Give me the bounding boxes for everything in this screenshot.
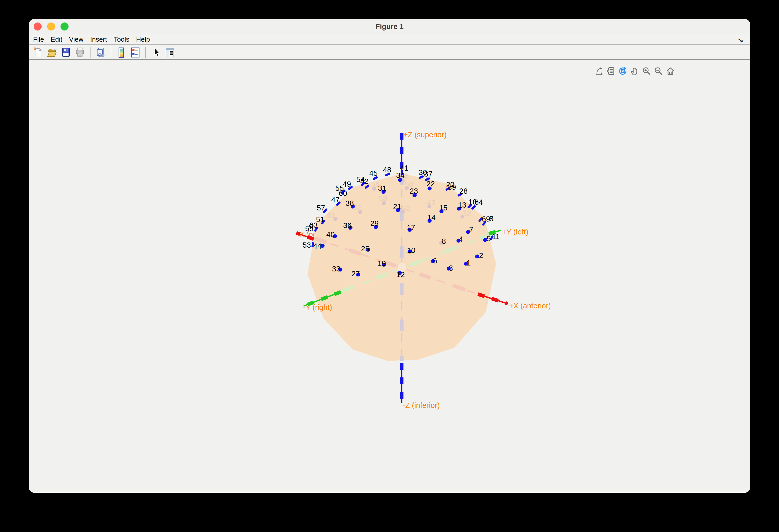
- electrode-label-34: 34: [396, 171, 405, 180]
- electrode-label-11: 11: [492, 232, 500, 241]
- datatips-button[interactable]: [606, 66, 615, 76]
- electrode-label-45: 45: [369, 169, 378, 177]
- back-electrode-label: 32: [463, 209, 471, 218]
- property-inspector-icon: [164, 47, 176, 58]
- electrode-label-15: 15: [439, 204, 447, 212]
- export-button[interactable]: [594, 66, 604, 76]
- window-title: Figure 1: [29, 19, 750, 34]
- electrode-label-64: 64: [475, 198, 483, 206]
- electrode-label-10: 10: [407, 246, 415, 254]
- resize-arrow-icon[interactable]: ↘: [737, 36, 744, 45]
- back-electrode-label: 52: [402, 204, 410, 212]
- edit-plot-button[interactable]: [150, 47, 162, 58]
- pan-hand-icon: [630, 66, 639, 76]
- pan-button[interactable]: [630, 66, 639, 76]
- insert-colorbar-icon: [116, 47, 127, 58]
- zoom-out-button[interactable]: [654, 66, 663, 76]
- link-plot-icon: [95, 47, 106, 58]
- electrode-label-8: 8: [489, 214, 493, 223]
- electrode-label-21: 21: [393, 202, 401, 211]
- link-plot-button[interactable]: [95, 47, 107, 58]
- open-file-icon: [46, 47, 58, 58]
- zoom-in-button[interactable]: [642, 66, 651, 76]
- back-electrode-label: 43: [427, 199, 435, 207]
- axis-label-minus-y: -Y (right): [303, 303, 332, 312]
- menu-help[interactable]: Help: [136, 36, 150, 44]
- save-figure-button[interactable]: [60, 47, 72, 58]
- axis-label-plus-x: +X (anterior): [509, 302, 551, 310]
- electrode-label-3: 3: [449, 264, 453, 272]
- electrode-label-39: 39: [448, 183, 456, 191]
- axis-label-minus-z: -Z (inferior): [403, 401, 440, 409]
- electrode-label-29: 29: [370, 219, 379, 227]
- menu-edit[interactable]: Edit: [51, 36, 62, 44]
- electrode-label-31: 31: [378, 184, 386, 192]
- property-inspector-button[interactable]: [164, 47, 176, 58]
- electrode-label-48: 48: [383, 166, 391, 174]
- figure-window: Figure 1 FileEditViewInsertToolsHelp ↘: [29, 19, 750, 493]
- insert-legend-button[interactable]: [129, 47, 141, 58]
- electrode-label-25: 25: [361, 245, 369, 253]
- toolbar-separator: [145, 47, 146, 58]
- save-figure-icon: [60, 47, 72, 58]
- electrode-label-49: 49: [343, 180, 351, 188]
- electrode-label-57: 57: [317, 204, 325, 212]
- zoom-out-icon: [654, 66, 663, 76]
- back-electrode-label: 61: [327, 211, 336, 219]
- electrode-label-38: 38: [346, 199, 354, 207]
- electrode-label-12: 12: [397, 270, 405, 279]
- electrode-label-23: 23: [410, 187, 418, 195]
- restore-view-button[interactable]: [666, 66, 675, 76]
- zoom-in-icon: [642, 66, 651, 76]
- electrode-label-53: 53: [303, 241, 311, 249]
- toolbar-separator: [111, 47, 111, 58]
- electrode-label-2: 2: [479, 251, 483, 260]
- electrode-label-8: 8: [442, 237, 446, 245]
- electrode-label-28: 28: [459, 187, 468, 195]
- electrode-label-17: 17: [407, 223, 415, 231]
- menubar: FileEditViewInsertToolsHelp: [29, 34, 750, 45]
- axis-label-plus-y: +Y (left): [502, 228, 528, 236]
- electrode-label-54: 54: [356, 175, 365, 184]
- electrode-label-44: 44: [313, 242, 321, 250]
- electrode-plot: -X (posterior)46505658524362613212345678…: [29, 60, 750, 493]
- edit-plot-cursor-icon: [150, 47, 162, 58]
- electrode-label-4: 4: [459, 235, 463, 243]
- electrode-label-22: 22: [426, 180, 435, 188]
- plot-canvas[interactable]: -X (posterior)46505658524362613212345678…: [29, 60, 750, 493]
- electrode-label-41: 41: [400, 164, 408, 172]
- electrode-label-14: 14: [427, 213, 435, 222]
- print-figure-button[interactable]: [74, 47, 86, 58]
- electrode-label-27: 27: [352, 270, 360, 278]
- rotate-3d-icon: [618, 66, 627, 76]
- menu-insert[interactable]: Insert: [90, 36, 107, 44]
- electrode-label-6: 6: [433, 257, 437, 265]
- print-figure-icon: [74, 47, 85, 58]
- rotate-3d-button[interactable]: [618, 66, 627, 76]
- insert-colorbar-button[interactable]: [115, 47, 127, 58]
- open-file-button[interactable]: [46, 47, 58, 58]
- electrode-label-5: 5: [487, 235, 491, 243]
- back-electrode-label: 58: [379, 194, 387, 203]
- titlebar[interactable]: Figure 1: [29, 19, 750, 34]
- menu-view[interactable]: View: [69, 36, 83, 44]
- electrode-label-47: 47: [331, 196, 340, 204]
- electrode-label-7: 7: [469, 225, 473, 234]
- home-icon: [666, 66, 675, 76]
- electrode-label-40: 40: [326, 230, 335, 239]
- axes-toolbar: [594, 66, 675, 76]
- toolbar-separator: [90, 47, 91, 58]
- electrode-label-69: 69: [482, 215, 490, 223]
- menu-tools[interactable]: Tools: [114, 36, 130, 44]
- insert-legend-icon: [130, 47, 141, 58]
- electrode-label-1: 1: [467, 259, 471, 267]
- axis-label-plus-z: +Z (superior): [404, 131, 447, 139]
- new-figure-button[interactable]: [32, 47, 44, 58]
- electrode-label-63: 63: [309, 221, 318, 229]
- electrode-label-37: 37: [424, 170, 432, 178]
- electrode-label-33: 33: [332, 265, 340, 273]
- new-figure-icon: [32, 47, 44, 58]
- electrode-label-13: 13: [458, 201, 466, 209]
- menu-file[interactable]: File: [33, 36, 44, 44]
- electrode-label-60: 60: [339, 189, 347, 198]
